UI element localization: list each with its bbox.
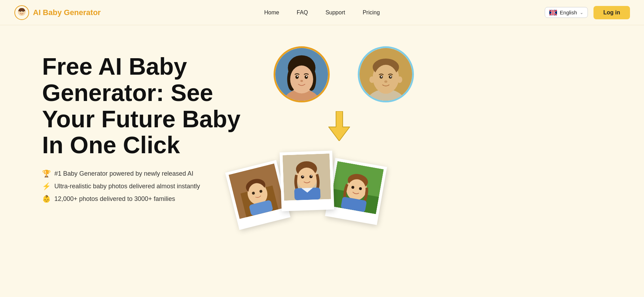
hero-section: Free AI Baby Generator: See Your Future … [0, 25, 644, 297]
svg-point-26 [369, 76, 375, 83]
language-label: English [560, 9, 577, 15]
nav-links: Home FAQ Support Pricing [264, 9, 380, 16]
feature-1: 🏆 #1 Baby Generator powered by newly rel… [42, 169, 253, 178]
mom-photo-svg [275, 48, 328, 101]
language-selector[interactable]: English ⌄ [545, 7, 588, 18]
feature-2: ⚡ Ultra-realistic baby photos delivered … [42, 182, 253, 190]
logo-icon [14, 5, 29, 20]
navbar: AI Baby Generator Home FAQ Support Prici… [0, 0, 644, 25]
svg-point-24 [390, 76, 391, 77]
svg-point-27 [397, 76, 402, 83]
nav-home[interactable]: Home [264, 9, 279, 16]
dad-photo [358, 46, 414, 102]
polaroid-2 [280, 150, 334, 211]
svg-point-11 [295, 75, 298, 79]
mom-photo-wrap [274, 46, 330, 102]
mom-photo [274, 46, 330, 102]
svg-point-25 [384, 80, 387, 83]
svg-point-10 [290, 66, 313, 93]
baby-girl-svg-2 [282, 154, 331, 201]
baby-icon: 👶 [42, 195, 51, 203]
feature-2-text: Ultra-realistic baby photos delivered al… [54, 183, 200, 190]
polaroid-photo-2 [282, 154, 331, 201]
dad-photo-wrap [358, 46, 414, 102]
polaroid-stack [253, 151, 428, 257]
dad-photo-svg [360, 48, 412, 101]
chevron-down-icon: ⌄ [580, 10, 583, 15]
uk-flag-icon [549, 10, 557, 15]
hero-title: Free AI Baby Generator: See Your Future … [42, 53, 253, 158]
feature-3: 👶 12,000+ photos delivered to 3000+ fami… [42, 195, 253, 203]
nav-pricing[interactable]: Pricing [363, 9, 380, 16]
svg-point-20 [374, 65, 398, 94]
logo-area: AI Baby Generator [14, 5, 101, 20]
svg-point-15 [300, 80, 303, 82]
svg-point-23 [381, 76, 382, 77]
baby-girl-svg-3 [330, 161, 384, 214]
polaroid-photo-3 [330, 161, 384, 214]
svg-marker-28 [329, 111, 350, 141]
hero-illustration [253, 46, 616, 257]
hero-left: Free AI Baby Generator: See Your Future … [42, 46, 253, 203]
navbar-right: English ⌄ Log in [545, 6, 630, 19]
logo-text: AI Baby Generator [33, 8, 101, 17]
baby-girl-svg-1 [229, 163, 285, 219]
feature-3-text: 12,000+ photos delivered to 3000+ famili… [54, 195, 175, 203]
arrow-down-svg [328, 111, 351, 141]
svg-point-12 [304, 75, 308, 79]
polaroid-photo-1 [229, 163, 285, 219]
lightning-icon: ⚡ [42, 182, 51, 190]
arrow-down [328, 111, 351, 142]
login-button[interactable]: Log in [593, 6, 630, 19]
nav-faq[interactable]: FAQ [297, 9, 308, 16]
parent-photos [274, 46, 414, 102]
nav-support[interactable]: Support [326, 9, 345, 16]
polaroid-3 [325, 158, 387, 225]
feature-1-text: #1 Baby Generator powered by newly relea… [54, 170, 193, 177]
hero-features: 🏆 #1 Baby Generator powered by newly rel… [42, 169, 253, 203]
trophy-icon: 🏆 [42, 169, 51, 178]
svg-point-14 [306, 76, 307, 77]
svg-point-13 [297, 76, 298, 77]
